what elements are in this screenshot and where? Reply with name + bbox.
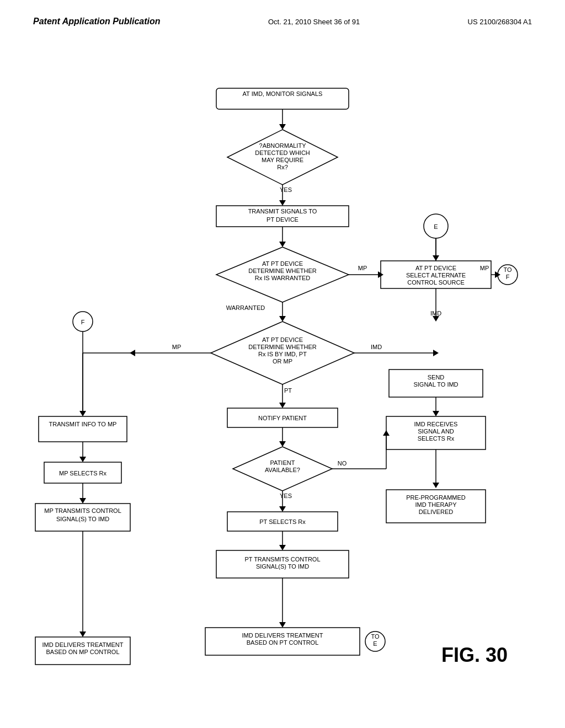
svg-text:IMD: IMD bbox=[371, 344, 382, 350]
svg-text:TO: TO bbox=[503, 266, 512, 273]
svg-text:SEND: SEND bbox=[428, 374, 445, 381]
svg-marker-82 bbox=[433, 483, 439, 488]
svg-marker-76 bbox=[279, 441, 286, 447]
svg-text:SIGNAL(S) TO IMD: SIGNAL(S) TO IMD bbox=[256, 563, 309, 570]
svg-text:BASED ON MP CONTROL: BASED ON MP CONTROL bbox=[46, 649, 119, 655]
svg-text:TO: TO bbox=[371, 633, 380, 640]
svg-text:PATIENT: PATIENT bbox=[270, 459, 295, 466]
svg-text:E: E bbox=[434, 223, 438, 230]
svg-text:IMD DELIVERS TREATMENT: IMD DELIVERS TREATMENT bbox=[242, 632, 323, 639]
svg-text:TRANSMIT SIGNALS TO: TRANSMIT SIGNALS TO bbox=[248, 208, 317, 215]
svg-text:PT TRANSMITS CONTROL: PT TRANSMITS CONTROL bbox=[244, 556, 320, 563]
svg-marker-57 bbox=[279, 403, 286, 408]
svg-text:AT PT DEVICE: AT PT DEVICE bbox=[262, 260, 303, 267]
svg-rect-71 bbox=[39, 416, 127, 442]
svg-text:F: F bbox=[81, 319, 85, 325]
svg-text:MP: MP bbox=[480, 265, 489, 271]
svg-text:YES: YES bbox=[280, 186, 292, 193]
svg-marker-100 bbox=[279, 545, 286, 550]
svg-marker-42 bbox=[433, 316, 439, 322]
svg-text:SIGNAL AND: SIGNAL AND bbox=[418, 428, 454, 435]
svg-marker-96 bbox=[79, 498, 86, 504]
header-patent: US 2100/268304 A1 bbox=[468, 18, 532, 26]
svg-text:CONTROL SOURCE: CONTROL SOURCE bbox=[407, 279, 465, 286]
svg-text:AT PT DEVICE: AT PT DEVICE bbox=[262, 336, 303, 343]
svg-text:OR MP: OR MP bbox=[273, 358, 292, 365]
svg-marker-50 bbox=[433, 350, 439, 356]
svg-text:FIG. 30: FIG. 30 bbox=[441, 644, 508, 666]
svg-text:DETERMINE WHETHER: DETERMINE WHETHER bbox=[248, 267, 317, 274]
svg-marker-16 bbox=[279, 242, 286, 247]
svg-text:F: F bbox=[506, 274, 510, 280]
header-title: Patent Application Publication bbox=[33, 17, 161, 26]
svg-text:MP: MP bbox=[358, 265, 367, 271]
svg-text:PT: PT bbox=[284, 387, 292, 394]
svg-text:PRE-PROGRAMMED: PRE-PROGRAMMED bbox=[406, 494, 466, 501]
svg-text:IMD RECEIVES: IMD RECEIVES bbox=[414, 421, 458, 427]
svg-text:Rx IS WARRANTED: Rx IS WARRANTED bbox=[255, 275, 310, 281]
header: Patent Application Publication Oct. 21, … bbox=[0, 0, 565, 32]
svg-text:PT SELECTS Rx: PT SELECTS Rx bbox=[259, 518, 306, 525]
svg-text:MP SELECTS Rx: MP SELECTS Rx bbox=[59, 470, 106, 477]
svg-text:SIGNAL TO IMD: SIGNAL TO IMD bbox=[413, 381, 458, 388]
svg-marker-40 bbox=[279, 316, 286, 322]
svg-text:SELECTS Rx: SELECTS Rx bbox=[418, 435, 455, 442]
svg-text:PT DEVICE: PT DEVICE bbox=[266, 216, 299, 223]
svg-marker-3 bbox=[279, 124, 286, 130]
svg-text:NOTIFY PATIENT: NOTIFY PATIENT bbox=[258, 415, 307, 421]
svg-text:MP TRANSMITS CONTROL: MP TRANSMITS CONTROL bbox=[44, 507, 121, 514]
svg-text:WARRANTED: WARRANTED bbox=[226, 304, 265, 311]
svg-text:DELIVERED: DELIVERED bbox=[419, 508, 453, 515]
svg-text:DETECTED WHICH: DETECTED WHICH bbox=[255, 149, 310, 156]
svg-text:SIGNAL(S) TO IMD: SIGNAL(S) TO IMD bbox=[56, 516, 109, 522]
svg-text:AT IMD, MONITOR SIGNALS: AT IMD, MONITOR SIGNALS bbox=[243, 90, 323, 97]
svg-text:YES: YES bbox=[280, 493, 292, 499]
svg-text:E: E bbox=[373, 640, 377, 647]
page: Patent Application Publication Oct. 21, … bbox=[0, 0, 565, 728]
svg-text:MAY REQUIRE: MAY REQUIRE bbox=[262, 157, 303, 163]
svg-text:DETERMINE WHETHER: DETERMINE WHETHER bbox=[248, 344, 317, 350]
svg-marker-92 bbox=[279, 506, 286, 512]
svg-text:TRANSMIT INFO TO MP: TRANSMIT INFO TO MP bbox=[49, 421, 117, 427]
svg-text:IMD THERAPY: IMD THERAPY bbox=[415, 501, 457, 508]
svg-marker-114 bbox=[279, 622, 286, 628]
svg-text:AVAILABLE?: AVAILABLE? bbox=[265, 467, 300, 473]
header-date: Oct. 21, 2010 Sheet 36 of 91 bbox=[268, 18, 360, 26]
svg-text:SELECT ALTERNATE: SELECT ALTERNATE bbox=[406, 272, 466, 279]
flowchart: AT IMD, MONITOR SIGNALS ?ABNORMALITY DET… bbox=[28, 72, 537, 711]
svg-text:IMD DELIVERS TREATMENT: IMD DELIVERS TREATMENT bbox=[42, 641, 124, 648]
svg-text:?ABNORMALITY: ?ABNORMALITY bbox=[259, 142, 307, 149]
svg-text:Rx?: Rx? bbox=[277, 164, 288, 170]
svg-text:AT PT DEVICE: AT PT DEVICE bbox=[415, 265, 456, 271]
svg-text:MP: MP bbox=[172, 344, 182, 350]
svg-text:BASED ON PT CONTROL: BASED ON PT CONTROL bbox=[247, 639, 319, 646]
svg-text:Rx IS BY IMD, PT: Rx IS BY IMD, PT bbox=[258, 351, 307, 357]
svg-marker-74 bbox=[79, 457, 86, 462]
svg-text:NO: NO bbox=[338, 460, 347, 467]
svg-marker-105 bbox=[79, 631, 86, 637]
svg-text:IMD: IMD bbox=[430, 310, 441, 317]
svg-marker-68 bbox=[433, 411, 439, 416]
svg-marker-11 bbox=[279, 200, 286, 206]
